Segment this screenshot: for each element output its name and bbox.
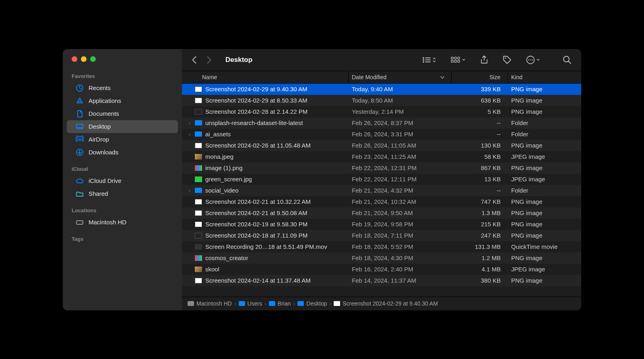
file-row[interactable]: Screenshot 2024-02-29 at 8.50.33 AMToday…: [182, 95, 581, 106]
file-name: mona.jpeg: [205, 153, 233, 160]
file-size: 130 KB: [452, 142, 508, 149]
disclosure-icon[interactable]: ›: [188, 188, 192, 193]
file-kind: QuickTime movie: [508, 243, 581, 250]
path-segment[interactable]: Desktop: [297, 300, 327, 307]
more-icon[interactable]: [526, 55, 540, 64]
forward-button[interactable]: [206, 56, 212, 64]
file-size: --: [452, 131, 508, 137]
column-kind[interactable]: Kind: [508, 71, 581, 83]
sidebar-item-downloads[interactable]: Downloads: [67, 146, 178, 159]
file-type-icon: [195, 143, 202, 148]
file-date: Today, 8:50 AM: [349, 97, 452, 104]
file-type-icon: [195, 154, 202, 160]
disclosure-icon[interactable]: ›: [188, 121, 192, 125]
sidebar-item-documents[interactable]: Documents: [67, 107, 178, 120]
file-row[interactable]: image (1).pngFeb 22, 2024, 12:31 PM867 K…: [182, 162, 581, 174]
sidebar-item-airdrop[interactable]: AirDrop: [67, 133, 178, 146]
disclosure-icon[interactable]: ›: [188, 132, 192, 137]
file-date: Yesterday, 2:14 PM: [349, 108, 452, 115]
file-row[interactable]: cosmos_creatorFeb 18, 2024, 4:30 PM1.2 M…: [182, 252, 581, 264]
file-row[interactable]: Screenshot 2024-02-19 at 9.58.30 PMFeb 1…: [182, 219, 581, 230]
file-date: Feb 21, 2024, 10:32 AM: [349, 198, 452, 205]
sidebar-item-macintosh-hd[interactable]: Macintosh HD: [67, 216, 178, 229]
path-segment[interactable]: Screenshot 2024-02-29 at 9.40.30 AM: [334, 300, 438, 307]
share-icon[interactable]: [480, 55, 488, 64]
sidebar-item-applications[interactable]: Applications: [67, 94, 178, 107]
file-row[interactable]: Screenshot 2024-02-28 at 2.14.22 PMYeste…: [182, 106, 581, 117]
path-segment[interactable]: Brian: [269, 300, 291, 307]
file-size: --: [452, 119, 508, 126]
sidebar-item-label: iCloud Drive: [89, 177, 122, 184]
view-list-icon[interactable]: [422, 57, 436, 63]
main-panel: Desktop: [182, 49, 581, 310]
file-kind: PNG image: [508, 97, 581, 104]
file-row[interactable]: Screenshot 2024-02-21 at 10.32.22 AMFeb …: [182, 196, 581, 207]
file-name: social_video: [205, 187, 239, 194]
search-icon[interactable]: [563, 55, 572, 64]
file-kind: Folder: [508, 119, 581, 126]
disk-icon: [188, 301, 194, 306]
file-row[interactable]: ›unsplash-research-dataset-lite-latestFe…: [182, 117, 581, 129]
svg-point-11: [423, 62, 424, 62]
file-row[interactable]: Screenshot 2024-02-21 at 9.50.08 AMFeb 2…: [182, 207, 581, 219]
back-button[interactable]: [192, 56, 197, 64]
file-type-icon: [195, 222, 202, 227]
path-segment[interactable]: Macintosh HD: [188, 300, 232, 307]
finder-window: FavoritesRecentsApplicationsDocumentsDes…: [63, 49, 581, 310]
file-date: Feb 26, 2024, 8:37 PM: [349, 119, 452, 126]
path-segment[interactable]: Users: [239, 300, 262, 307]
file-size: 1.2 MB: [452, 254, 508, 261]
sidebar-item-label: AirDrop: [89, 136, 109, 143]
sidebar-header: iCloud: [63, 166, 182, 174]
file-kind: PNG image: [508, 86, 581, 92]
file-list[interactable]: Screenshot 2024-02-29 at 9.40.30 AMToday…: [182, 84, 581, 297]
group-icon[interactable]: [451, 57, 466, 63]
file-name: Screenshot 2024-02-18 at 7.11.09 PM: [205, 232, 308, 239]
file-name: Screenshot 2024-02-29 at 8.50.33 AM: [205, 97, 308, 104]
file-row[interactable]: Screenshot 2024-02-26 at 11.05.48 AMFeb …: [182, 140, 581, 151]
tag-icon[interactable]: [503, 55, 512, 64]
column-size[interactable]: Size: [452, 71, 508, 83]
file-row[interactable]: skoolFeb 16, 2024, 2:40 PM4.1 MBJPEG ima…: [182, 264, 581, 275]
sidebar-item-shared[interactable]: Shared: [67, 187, 178, 200]
sidebar-item-recents[interactable]: Recents: [67, 82, 178, 94]
file-kind: JPEG image: [508, 266, 581, 273]
path-separator-icon: ›: [234, 300, 236, 307]
sidebar-item-icloud-drive[interactable]: iCloud Drive: [67, 174, 178, 187]
path-separator-icon: ›: [293, 300, 295, 307]
file-size: 215 KB: [452, 221, 508, 228]
file-size: 339 KB: [452, 86, 508, 92]
file-size: 1.3 MB: [452, 209, 508, 216]
file-row[interactable]: Screenshot 2024-02-29 at 9.40.30 AMToday…: [182, 84, 581, 95]
column-date[interactable]: Date Modified: [349, 71, 452, 83]
file-kind: PNG image: [508, 232, 581, 239]
file-row[interactable]: ›ai_assetsFeb 26, 2024, 3:31 PM--Folder: [182, 129, 581, 140]
file-row[interactable]: Screenshot 2024-02-18 at 7.11.09 PMFeb 1…: [182, 230, 581, 241]
svg-rect-17: [454, 60, 456, 62]
file-row[interactable]: green_screen.jpgFeb 22, 2024, 12:11 PM13…: [182, 174, 581, 185]
file-type-icon: [195, 188, 202, 193]
file-row[interactable]: mona.jpegFeb 23, 2024, 11:25 AM58 KBJPEG…: [182, 151, 581, 162]
downloads-icon: [76, 148, 84, 156]
folder-icon: [239, 301, 245, 306]
sidebar-item-label: Applications: [89, 97, 121, 104]
sidebar-item-label: Downloads: [89, 149, 118, 156]
pathbar: Macintosh HD›Users›Brian›Desktop›Screens…: [182, 297, 581, 310]
file-type-icon: [195, 131, 202, 137]
minimize-button[interactable]: [81, 56, 87, 62]
fullscreen-button[interactable]: [90, 56, 96, 62]
path-label: Macintosh HD: [196, 300, 232, 307]
svg-point-23: [532, 59, 533, 60]
file-date: Feb 18, 2024, 4:30 PM: [349, 254, 452, 261]
file-size: 131.3 MB: [452, 243, 508, 250]
file-row[interactable]: Screenshot 2024-02-14 at 11.37.48 AMFeb …: [182, 275, 581, 286]
airdrop-icon: [76, 135, 84, 144]
file-row[interactable]: ›social_videoFeb 21, 2024, 4:32 PM--Fold…: [182, 185, 581, 196]
file-row[interactable]: Screen Recording 20…18 at 5.51.49 PM.mov…: [182, 241, 581, 252]
file-date: Feb 26, 2024, 3:31 PM: [349, 131, 452, 137]
close-button[interactable]: [72, 56, 77, 62]
column-name[interactable]: Name: [182, 71, 349, 83]
desktop-icon: [76, 123, 84, 131]
sidebar-item-desktop[interactable]: Desktop: [67, 120, 178, 133]
icloud-icon: [76, 177, 84, 185]
